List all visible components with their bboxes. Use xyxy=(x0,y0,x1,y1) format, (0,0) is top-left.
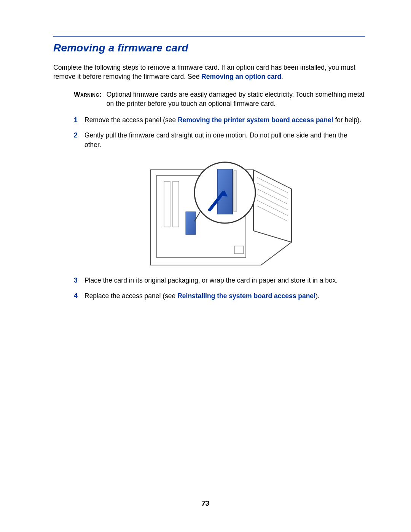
step-1-post: for help). xyxy=(335,116,362,124)
svg-rect-13 xyxy=(234,171,237,212)
warning-text: Optional firmware cards are easily damag… xyxy=(107,90,365,108)
section-rule xyxy=(53,36,365,37)
warning-label: Warning: xyxy=(74,90,102,108)
step-2-text: Gently pull the firmware card straight o… xyxy=(84,131,347,149)
step-4-pre: Replace the access panel (see xyxy=(84,292,177,300)
figure-wrap xyxy=(84,155,365,269)
step-2: Gently pull the firmware card straight o… xyxy=(74,131,365,269)
svg-rect-10 xyxy=(234,246,244,254)
svg-line-7 xyxy=(257,195,288,210)
page-number: 73 xyxy=(0,500,411,508)
step-3: Place the card in its original packaging… xyxy=(74,276,365,285)
xref-access-panel-remove[interactable]: Removing the printer system board access… xyxy=(178,116,333,124)
warning-block: Warning: Optional firmware cards are eas… xyxy=(74,90,365,108)
xref-access-panel-reinstall[interactable]: Reinstalling the system board access pan… xyxy=(177,292,315,300)
step-3-text: Place the card in its original packaging… xyxy=(84,276,338,284)
steps-list: Remove the access panel (see Removing th… xyxy=(74,115,365,301)
intro-paragraph: Complete the following steps to remove a… xyxy=(53,63,365,81)
step-1: Remove the access panel (see Removing th… xyxy=(74,115,365,125)
section-title: Removing a firmware card xyxy=(53,42,365,54)
firmware-card-illustration-icon xyxy=(143,155,307,269)
step-1-pre: Remove the access panel (see xyxy=(84,116,178,124)
svg-line-5 xyxy=(257,183,288,198)
svg-line-6 xyxy=(257,189,288,204)
svg-rect-1 xyxy=(164,181,170,227)
svg-rect-2 xyxy=(173,181,179,227)
xref-removing-option-card[interactable]: Removing an option card xyxy=(201,73,281,80)
step-4-post: ). xyxy=(315,292,320,300)
manual-page: Removing a firmware card Complete the fo… xyxy=(0,0,411,532)
step-4: Replace the access panel (see Reinstalli… xyxy=(74,291,365,301)
svg-line-8 xyxy=(257,200,288,216)
svg-rect-3 xyxy=(186,212,196,235)
svg-line-9 xyxy=(257,206,288,221)
intro-text-post: . xyxy=(281,73,283,80)
